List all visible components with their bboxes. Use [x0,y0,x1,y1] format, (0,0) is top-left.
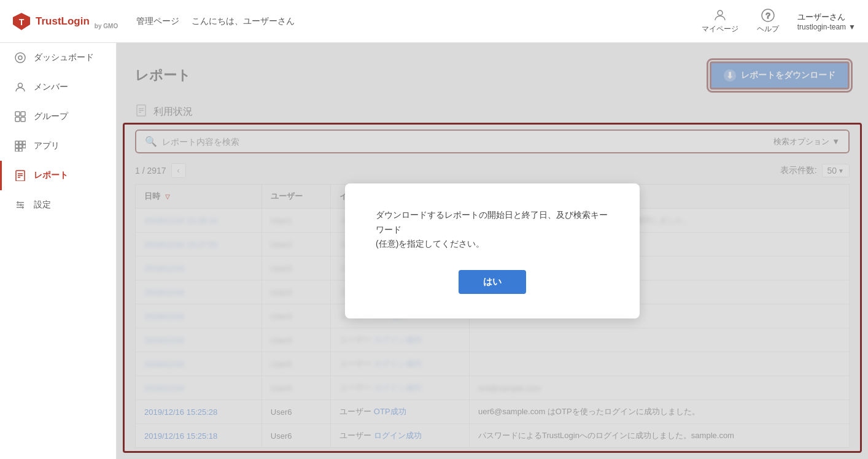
header: T TrustLogin by GMO 管理ページ こんにちは、ユーザーさん マ… [0,0,868,43]
sidebar-item-dashboard[interactable]: ダッシュボード [0,43,116,72]
sidebar-item-members[interactable]: メンバー [0,72,116,102]
svg-rect-13 [19,141,22,144]
svg-text:T: T [19,17,25,27]
sidebar-label-apps: アプリ [34,141,60,152]
sidebar-item-settings[interactable]: 設定 [0,190,116,220]
members-icon [14,81,26,93]
svg-rect-17 [23,145,26,148]
report-icon [14,169,26,182]
dashboard-icon [14,52,26,64]
modal-overlay: ダウンロードするレポートの開始日と終了日、及び検索キーワード(任意)を指定してく… [117,43,868,459]
chevron-down-icon: ▼ [848,23,856,31]
sidebar-label-report: レポート [34,170,68,181]
sidebar-label-members: メンバー [34,82,68,93]
modal-yes-button[interactable]: はい [459,270,526,294]
sidebar-label-groups: グループ [34,111,68,122]
logo-sub: by GMO [95,23,118,29]
svg-rect-18 [15,148,18,152]
sidebar-item-groups[interactable]: グループ [0,102,116,131]
help-nav[interactable]: ? ヘルプ [757,8,779,34]
svg-rect-16 [19,145,22,148]
svg-rect-19 [19,148,22,152]
svg-rect-15 [15,145,18,148]
mypage-label: マイページ [702,24,738,34]
modal-text: ダウンロードするレポートの開始日と終了日、及び検索キーワード(任意)を指定してく… [376,208,609,252]
download-modal: ダウンロードするレポートの開始日と終了日、及び検索キーワード(任意)を指定してく… [345,183,640,318]
settings-icon [14,199,26,211]
svg-rect-12 [15,141,18,144]
sidebar-item-apps[interactable]: アプリ [0,131,116,161]
apps-icon [14,140,26,152]
modal-footer: はい [376,270,609,294]
sidebar: ダッシュボード メンバー グループ [0,43,117,459]
greeting: こんにちは、ユーザーさん [192,16,295,27]
svg-point-5 [15,53,25,63]
svg-rect-8 [15,112,20,116]
user-name: ユーザーさん [797,12,856,23]
mypage-icon [713,8,727,23]
mypage-nav[interactable]: マイページ [702,8,738,34]
user-menu[interactable]: ユーザーさん trustlogin-team ▼ [797,12,856,31]
svg-text:?: ? [765,11,770,20]
logo-text: TrustLogin [36,15,90,28]
help-label: ヘルプ [757,24,779,34]
user-team: trustlogin-team [797,23,846,31]
sidebar-label-dashboard: ダッシュボード [34,52,94,63]
groups-icon [14,110,26,123]
header-right: マイページ ? ヘルプ ユーザーさん trustlogin-team ▼ [702,8,856,34]
admin-label: 管理ページ [136,16,179,27]
svg-rect-14 [23,141,26,144]
svg-point-2 [718,10,723,15]
svg-rect-10 [15,117,20,122]
sidebar-item-report[interactable]: レポート [0,161,116,190]
help-icon: ? [761,8,775,23]
sidebar-label-settings: 設定 [34,199,51,210]
logo[interactable]: T TrustLogin by GMO [12,12,118,31]
svg-point-7 [18,83,23,88]
svg-rect-11 [21,117,25,122]
svg-rect-9 [21,112,25,116]
svg-point-6 [18,56,22,60]
